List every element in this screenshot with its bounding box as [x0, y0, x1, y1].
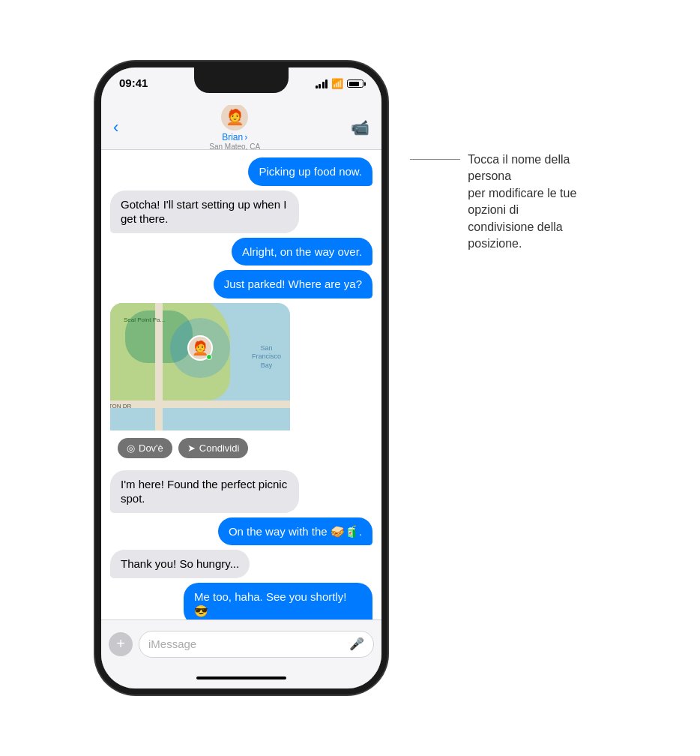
message-row: Gotcha! I'll start setting up when I get… — [110, 190, 372, 233]
messages-area: Picking up food now. Gotcha! I'll start … — [101, 150, 381, 620]
map-park-label: Seal Point Pa... — [124, 316, 165, 323]
add-attachment-button[interactable]: + — [109, 632, 133, 656]
message-text: Me too, haha. See you shortly! 😎 — [194, 590, 346, 618]
wifi-icon: 📶 — [331, 78, 343, 89]
message-text: Thank you! So hungry... — [121, 557, 239, 570]
message-text: Picking up food now. — [259, 165, 362, 178]
annotation-text: Tocca il nome della personaper modificar… — [468, 152, 605, 252]
nav-bar: ‹ 🧑‍🦰 Brian › San Mateo, CA 📹 — [101, 105, 381, 150]
message-bubble: Thank you! So hungry... — [110, 550, 250, 578]
video-call-button[interactable]: 📹 — [351, 118, 369, 136]
message-bubble: Just parked! Where are ya? — [214, 270, 372, 298]
plus-icon: + — [116, 635, 125, 652]
map-road-label: NTON DR — [110, 403, 131, 410]
status-icons: 📶 — [316, 76, 364, 89]
contact-header[interactable]: 🧑‍🦰 Brian › San Mateo, CA — [209, 104, 260, 151]
annotation-dash — [410, 159, 460, 160]
message-text: On the way with the 🥪🧃. — [229, 525, 362, 538]
where-label: Dov'è — [139, 442, 163, 454]
map-buttons: ◎ Dov'è ➤ Condividi — [110, 430, 290, 466]
message-row: Just parked! Where are ya? — [110, 270, 372, 298]
battery-icon — [347, 80, 363, 88]
message-row: Thank you! So hungry... — [110, 550, 372, 578]
message-row: Alright, on the way over. — [110, 238, 372, 266]
back-button[interactable]: ‹ — [113, 118, 118, 137]
share-icon: ➤ — [187, 442, 196, 454]
input-bar: + iMessage 🎤 — [101, 620, 381, 668]
message-input[interactable]: iMessage 🎤 — [139, 631, 374, 658]
map-pin-avatar: 🧑‍🦰 — [187, 335, 213, 361]
message-bubble: Gotcha! I'll start setting up when I get… — [110, 190, 299, 233]
annotation-line: Tocca il nome della personaper modificar… — [410, 152, 605, 252]
map-bay-label: SanFranciscoBay — [252, 344, 281, 370]
home-indicator — [101, 668, 381, 688]
message-bubble: Alright, on the way over. — [232, 238, 372, 266]
map-background: Seal Point Pa... SanFranciscoBay NTON DR… — [110, 303, 290, 430]
message-text: I'm here! Found the perfect picnic spot. — [121, 478, 287, 506]
message-row: Picking up food now. — [110, 158, 372, 186]
signal-icon — [316, 80, 328, 88]
message-bubble: On the way with the 🥪🧃. — [218, 518, 372, 546]
message-row: I'm here! Found the perfect picnic spot. — [110, 470, 372, 513]
message-row: Seal Point Pa... SanFranciscoBay NTON DR… — [110, 303, 372, 466]
mic-icon: 🎤 — [349, 637, 364, 651]
annotation-area: Tocca il nome della personaper modificar… — [410, 62, 605, 252]
where-button[interactable]: ◎ Dov'è — [118, 438, 172, 458]
map-visual: Seal Point Pa... SanFranciscoBay NTON DR… — [110, 303, 290, 430]
message-text: Gotcha! I'll start setting up when I get… — [121, 198, 286, 226]
message-bubble: I'm here! Found the perfect picnic spot. — [110, 470, 299, 513]
message-bubble: Picking up food now. — [248, 158, 372, 186]
avatar: 🧑‍🦰 — [221, 104, 248, 130]
map-online-dot — [206, 354, 212, 360]
message-row: On the way with the 🥪🧃. — [110, 518, 372, 546]
where-icon: ◎ — [127, 442, 135, 454]
share-button[interactable]: ➤ Condividi — [178, 438, 248, 458]
message-row: Me too, haha. See you shortly! 😎 — [110, 583, 372, 620]
map-road-horizontal — [110, 400, 290, 408]
phone-frame: 09:41 📶 ‹ 🧑‍🦰 Brian — [95, 62, 387, 694]
contact-name: Brian › — [222, 132, 247, 142]
message-bubble: Me too, haha. See you shortly! 😎 — [184, 583, 372, 620]
home-bar — [196, 676, 286, 680]
input-placeholder: iMessage — [148, 638, 196, 650]
outer-wrapper: 09:41 📶 ‹ 🧑‍🦰 Brian — [95, 62, 605, 694]
notch — [194, 68, 289, 93]
map-bubble[interactable]: Seal Point Pa... SanFranciscoBay NTON DR… — [110, 303, 290, 466]
message-text: Alright, on the way over. — [242, 245, 362, 258]
status-time: 09:41 — [119, 76, 148, 89]
message-text: Just parked! Where are ya? — [224, 278, 362, 290]
share-label: Condividi — [199, 442, 239, 454]
